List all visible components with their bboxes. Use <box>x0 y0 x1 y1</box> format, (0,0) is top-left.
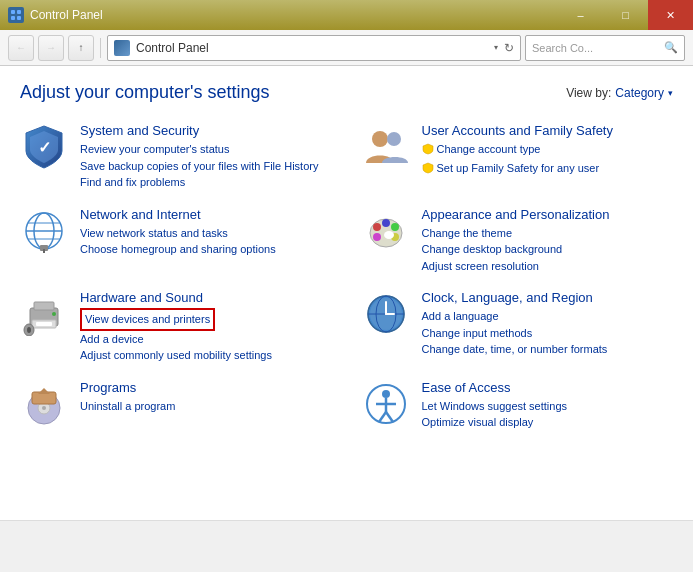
ease-title[interactable]: Ease of Access <box>422 380 674 395</box>
viewby-control: View by: Category ▾ <box>566 86 673 100</box>
date-time-link[interactable]: Change date, time, or number formats <box>422 341 674 358</box>
category-clock: Clock, Language, and Region Add a langua… <box>362 290 674 364</box>
refresh-icon[interactable]: ↻ <box>504 41 514 55</box>
review-computer-status-link[interactable]: Review your computer's status <box>80 141 332 158</box>
statusbar <box>0 520 693 542</box>
svg-rect-22 <box>34 302 54 310</box>
search-bar[interactable]: Search Co... 🔍 <box>525 35 685 61</box>
desktop-background-link[interactable]: Change desktop background <box>422 241 674 258</box>
page-header: Adjust your computer's settings View by:… <box>20 82 673 103</box>
svg-point-42 <box>382 390 390 398</box>
minimize-button[interactable]: – <box>558 0 603 30</box>
input-methods-link[interactable]: Change input methods <box>422 325 674 342</box>
back-button[interactable]: ← <box>8 35 34 61</box>
mobility-settings-link[interactable]: Adjust commonly used mobility settings <box>80 347 332 364</box>
network-icon <box>20 207 68 255</box>
titlebar: Control Panel – □ ✕ <box>0 0 693 30</box>
forward-button[interactable]: → <box>38 35 64 61</box>
svg-marker-40 <box>38 388 50 394</box>
shield-small-2-icon <box>422 162 434 174</box>
window-title: Control Panel <box>30 8 103 22</box>
category-system-security: ✓ System and Security Review your comput… <box>20 123 332 191</box>
category-user-accounts: User Accounts and Family Safety Change a… <box>362 123 674 191</box>
clock-content: Clock, Language, and Region Add a langua… <box>422 290 674 358</box>
programs-icon <box>20 380 68 428</box>
ease-of-access-icon <box>362 380 410 428</box>
system-security-title[interactable]: System and Security <box>80 123 332 138</box>
user-accounts-content: User Accounts and Family Safety Change a… <box>422 123 674 176</box>
svg-point-6 <box>387 132 401 146</box>
category-appearance: Appearance and Personalization Change th… <box>362 207 674 275</box>
add-device-link[interactable]: Add a device <box>80 331 332 348</box>
hardware-title[interactable]: Hardware and Sound <box>80 290 332 305</box>
svg-point-20 <box>384 231 394 239</box>
viewby-chevron-icon[interactable]: ▾ <box>668 88 673 98</box>
change-account-type-link[interactable]: Change account type <box>437 141 541 158</box>
svg-point-16 <box>382 219 390 227</box>
family-safety-link[interactable]: Set up Family Safety for any user <box>437 160 600 177</box>
navbar: ← → ↑ Control Panel ▾ ↻ Search Co... 🔍 <box>0 30 693 66</box>
search-icon[interactable]: 🔍 <box>664 41 678 54</box>
search-placeholder: Search Co... <box>532 42 660 54</box>
homegroup-link[interactable]: Choose homegroup and sharing options <box>80 241 332 258</box>
hardware-content: Hardware and Sound View devices and prin… <box>80 290 332 364</box>
svg-point-5 <box>372 131 388 147</box>
backup-link[interactable]: Save backup copies of your files with Fi… <box>80 158 332 175</box>
maximize-button[interactable]: □ <box>603 0 648 30</box>
user-accounts-title[interactable]: User Accounts and Family Safety <box>422 123 674 138</box>
ease-content: Ease of Access Let Windows suggest setti… <box>422 380 674 431</box>
category-network: Network and Internet View network status… <box>20 207 332 275</box>
titlebar-left: Control Panel <box>8 7 103 23</box>
clock-title[interactable]: Clock, Language, and Region <box>422 290 674 305</box>
screen-resolution-link[interactable]: Adjust screen resolution <box>422 258 674 275</box>
address-dropdown-icon[interactable]: ▾ <box>494 43 498 52</box>
svg-rect-2 <box>11 16 15 20</box>
system-security-icon: ✓ <box>20 123 68 171</box>
address-bar[interactable]: Control Panel ▾ ↻ <box>107 35 521 61</box>
svg-point-25 <box>52 312 56 316</box>
windows-suggest-link[interactable]: Let Windows suggest settings <box>422 398 674 415</box>
view-devices-printers-link[interactable]: View devices and printers <box>80 308 215 331</box>
category-programs: Programs Uninstall a program <box>20 380 332 431</box>
viewby-label: View by: <box>566 86 611 100</box>
shield-small-1-icon <box>422 143 434 155</box>
network-title[interactable]: Network and Internet <box>80 207 332 222</box>
programs-title[interactable]: Programs <box>80 380 332 395</box>
change-theme-link[interactable]: Change the theme <box>422 225 674 242</box>
add-language-link[interactable]: Add a language <box>422 308 674 325</box>
category-hardware: Hardware and Sound View devices and prin… <box>20 290 332 364</box>
address-icon <box>114 40 130 56</box>
optimize-visual-link[interactable]: Optimize visual display <box>422 414 674 431</box>
up-button[interactable]: ↑ <box>68 35 94 61</box>
network-content: Network and Internet View network status… <box>80 207 332 258</box>
address-text: Control Panel <box>136 41 488 55</box>
appearance-title[interactable]: Appearance and Personalization <box>422 207 674 222</box>
svg-rect-3 <box>17 16 21 20</box>
uninstall-program-link[interactable]: Uninstall a program <box>80 398 332 415</box>
svg-rect-0 <box>11 10 15 14</box>
svg-point-15 <box>373 223 381 231</box>
network-status-link[interactable]: View network status and tasks <box>80 225 332 242</box>
close-button[interactable]: ✕ <box>648 0 693 30</box>
svg-line-46 <box>386 412 393 422</box>
svg-point-27 <box>27 327 31 333</box>
user-accounts-icon <box>362 123 410 171</box>
svg-text:✓: ✓ <box>38 139 51 156</box>
svg-point-37 <box>42 406 46 410</box>
svg-rect-1 <box>17 10 21 14</box>
titlebar-app-icon <box>8 7 24 23</box>
page-title: Adjust your computer's settings <box>20 82 270 103</box>
categories-grid: ✓ System and Security Review your comput… <box>20 123 673 431</box>
appearance-content: Appearance and Personalization Change th… <box>422 207 674 275</box>
nav-separator <box>100 38 101 58</box>
viewby-value[interactable]: Category <box>615 86 664 100</box>
svg-rect-24 <box>36 322 52 326</box>
main-content: Adjust your computer's settings View by:… <box>0 66 693 542</box>
titlebar-buttons: – □ ✕ <box>558 0 693 30</box>
hardware-icon <box>20 290 68 338</box>
content-area: Adjust your computer's settings View by:… <box>0 66 693 520</box>
category-ease-of-access: Ease of Access Let Windows suggest setti… <box>362 380 674 431</box>
programs-content: Programs Uninstall a program <box>80 380 332 415</box>
system-security-content: System and Security Review your computer… <box>80 123 332 191</box>
fix-problems-link[interactable]: Find and fix problems <box>80 174 332 191</box>
